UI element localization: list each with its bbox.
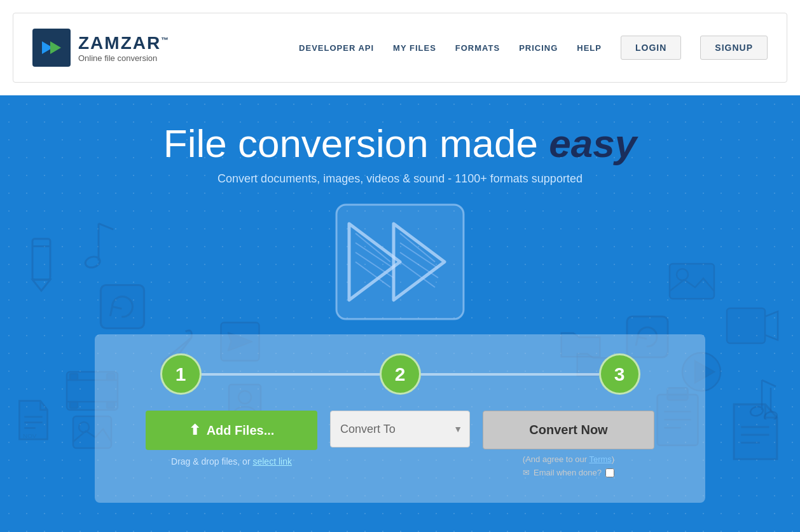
refresh-icon xyxy=(95,280,149,336)
logo-link[interactable]: ZAMZAR™ Online file conversion xyxy=(32,29,170,67)
hero-section: NOV xyxy=(0,95,800,532)
video-icon xyxy=(724,305,781,349)
svg-rect-15 xyxy=(70,374,78,380)
convert-now-col: Convert Now (And agree to our Terms) ✉ E… xyxy=(483,411,654,477)
step-3-circle: 3 xyxy=(599,353,640,395)
email-checkbox[interactable] xyxy=(605,468,614,477)
actions-row: ⬆ Add Files... Drag & drop files, or sel… xyxy=(127,411,673,477)
drag-drop-text: Drag & drop files, or select link xyxy=(171,456,292,467)
logo-name: ZAMZAR™ xyxy=(78,33,170,53)
terms-link[interactable]: Terms xyxy=(589,454,611,464)
nav-formats[interactable]: FORMATS xyxy=(455,43,500,53)
convert-to-wrapper: Convert To xyxy=(330,411,470,447)
zamzar-logo-svg xyxy=(39,35,64,60)
email-icon: ✉ xyxy=(523,468,530,477)
svg-rect-30 xyxy=(727,308,765,343)
file-icon: NOV xyxy=(16,397,51,446)
step-line-2 xyxy=(421,373,599,376)
main-nav: DEVELOPER API MY FILES FORMATS PRICING H… xyxy=(299,36,768,60)
svg-marker-3 xyxy=(32,280,50,290)
convert-to-col: Convert To xyxy=(330,411,470,447)
svg-rect-2 xyxy=(32,239,50,280)
conversion-form: 1 2 3 ⬆ Add Files... Drag & drop files, … xyxy=(95,334,705,503)
hero-subtitle: Convert documents, images, videos & soun… xyxy=(217,172,583,186)
nav-my-files[interactable]: MY FILES xyxy=(393,43,436,53)
steps-indicator: 1 2 3 xyxy=(127,353,673,395)
step-1-circle: 1 xyxy=(160,353,202,395)
svg-rect-27 xyxy=(670,264,714,299)
convert-now-button[interactable]: Convert Now xyxy=(483,411,654,449)
convert-to-select[interactable]: Convert To xyxy=(330,411,470,447)
svg-line-10 xyxy=(99,224,113,229)
svg-line-34 xyxy=(762,380,776,386)
login-button[interactable]: LOGIN xyxy=(621,36,681,60)
svg-marker-1 xyxy=(50,41,61,54)
header: ZAMZAR™ Online file conversion DEVELOPER… xyxy=(13,13,787,83)
svg-point-11 xyxy=(84,255,101,269)
step-line-1 xyxy=(202,373,380,376)
music-note-icon xyxy=(76,216,121,278)
document-icon xyxy=(730,400,781,465)
svg-text:NOV: NOV xyxy=(23,432,37,439)
add-files-col: ⬆ Add Files... Drag & drop files, or sel… xyxy=(146,411,317,467)
image2-icon xyxy=(666,261,717,304)
nav-pricing[interactable]: PRICING xyxy=(519,43,558,53)
nav-help[interactable]: HELP xyxy=(577,43,602,53)
logo-tagline: Online file conversion xyxy=(78,53,170,63)
agree-text: (And agree to our Terms) xyxy=(523,454,614,464)
zamzar-center-icon xyxy=(330,198,470,328)
upload-icon: ⬆ xyxy=(189,422,200,439)
select-link[interactable]: select link xyxy=(252,456,291,467)
add-files-button[interactable]: ⬆ Add Files... xyxy=(146,411,317,450)
svg-rect-5 xyxy=(101,285,144,329)
step-2-circle: 2 xyxy=(380,353,421,395)
hero-title: File conversion made easy xyxy=(163,121,637,166)
logo-text-area: ZAMZAR™ Online file conversion xyxy=(78,33,170,63)
svg-rect-17 xyxy=(70,402,78,408)
signup-button[interactable]: SIGNUP xyxy=(700,36,768,60)
nav-developer-api[interactable]: DEVELOPER API xyxy=(299,43,374,53)
logo-icon xyxy=(32,29,71,67)
pencil-icon xyxy=(19,235,64,297)
email-row: ✉ Email when done? xyxy=(523,468,614,477)
